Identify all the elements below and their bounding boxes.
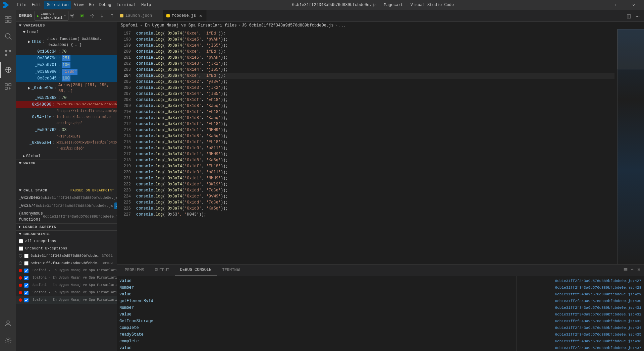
panel-close-icon[interactable] xyxy=(637,267,641,273)
debug-console-content[interactable]: valueNumbervaluegetElementByIdNumbervalu… xyxy=(117,276,517,351)
var-row-10[interactable]: _0x605ae4 : "~13hLêXßµƒ§ x□□µie)s↓OO=□xy… xyxy=(16,133,117,152)
console-file-ref[interactable]: 6cb1e31ff2f343a9d576d889bfcbde0e.js:428 xyxy=(555,285,641,291)
maximize-button[interactable]: □ xyxy=(609,0,625,10)
launch-config[interactable]: ▶ Launch index.html ▾ xyxy=(35,11,68,21)
code-line-216[interactable]: console.log(_0x3a74('0x1e0', 'o8l1')); xyxy=(136,145,614,151)
console-file-ref[interactable]: 6cb1e31ff2f343a9d576d889bfcbde0e.js:429 xyxy=(555,291,641,297)
var-row-6[interactable]: _0x525368 : 70 xyxy=(16,95,117,101)
minimap-viewport[interactable] xyxy=(618,29,644,69)
code-line-218[interactable]: console.log(_0x3a74('0x1d8', 'Ka5q')); xyxy=(136,157,614,163)
menu-help[interactable]: Help xyxy=(139,1,154,9)
code-line-221[interactable]: console.log(_0x3a74('0x1e1', 'NMH9')); xyxy=(136,175,614,181)
bp-check-4[interactable] xyxy=(24,283,29,288)
menu-terminal[interactable]: Terminal xyxy=(114,1,139,9)
activity-settings[interactable] xyxy=(0,332,16,348)
bp-all-exceptions[interactable]: All Exceptions xyxy=(16,237,117,245)
code-line-224[interactable]: console.log(_0x3a74('0x1dc', '9vW9')); xyxy=(136,193,614,199)
panel-up-icon[interactable] xyxy=(630,267,635,273)
code-line-227[interactable]: console.log(_0x63', 'H043')); xyxy=(136,212,614,218)
settings-icon[interactable] xyxy=(70,12,74,19)
code-content[interactable]: console.log(_0x3a74('0xce', 'iYBd'));con… xyxy=(133,29,617,264)
code-line-209[interactable]: console.log(_0x3a74('0x1d8', 'Ka5q')); xyxy=(136,103,614,109)
panel-tab-debug-console[interactable]: DEBUG CONSOLE xyxy=(175,265,217,276)
callstack-item-0[interactable]: _0x28bee2 6cb1e31ff2f343a9d576d889bfcbde… xyxy=(16,194,117,202)
split-editor-icon[interactable] xyxy=(625,13,633,21)
var-row-3[interactable]: _0x3a8990 : "iYBd" xyxy=(16,68,117,75)
bp-item-4[interactable]: 6cb1e31ff2f343a9d576d889bfcbde0e.js Spaf… xyxy=(16,282,117,289)
bp-item-3[interactable]: 6cb1e31ff2f343a9d576d889bfcbde0e.js Spaf… xyxy=(16,274,117,282)
var-row-5[interactable]: _0x4ce99c : Array(256) [191, 195, 59, …] xyxy=(16,82,117,95)
code-line-199[interactable]: console.log(_0x3a74('0x1e4', 'jIS5')); xyxy=(136,43,614,49)
menu-edit[interactable]: Edit xyxy=(29,1,44,9)
code-line-223[interactable]: console.log(_0x3a74('0x1dd', '7qCe')); xyxy=(136,187,614,193)
var-row-4[interactable]: _0x3cd345 : 100 xyxy=(16,75,117,82)
bp-item-1[interactable]: 6cb1e31ff2f343a9d576d889bfcbde0e_beautif… xyxy=(16,259,117,267)
menu-view[interactable]: View xyxy=(71,1,86,9)
code-line-225[interactable]: console.log(_0x3a74('0x1dd', '7qCe')); xyxy=(136,199,614,206)
activity-accounts[interactable] xyxy=(0,315,16,332)
minimize-button[interactable]: ─ xyxy=(592,0,608,10)
code-line-205[interactable]: console.log(_0x3a74('0x1e2', 'ys3v')); xyxy=(136,79,614,85)
bp-check-0[interactable] xyxy=(24,254,29,258)
step-into-button[interactable] xyxy=(97,11,107,20)
code-line-206[interactable]: console.log(_0x3a74('0x1e3', 'jJk2')); xyxy=(136,85,614,91)
console-file-ref[interactable]: 6cb1e31ff2f343a9d576d889bfcbde0e.js:427 xyxy=(555,278,641,284)
code-line-213[interactable]: console.log(_0x3a74('0x1e1', 'NMH9')); xyxy=(136,127,614,133)
code-line-211[interactable]: console.log(_0x3a74('0x1d8', 'Ka5q')); xyxy=(136,115,614,121)
watch-header[interactable]: WATCH xyxy=(16,160,117,167)
breadcrumb-part-2[interactable]: ... xyxy=(339,23,346,28)
bp-uncaught-exceptions[interactable]: Uncaught Exceptions xyxy=(16,245,117,252)
activity-explorer[interactable] xyxy=(0,11,16,27)
code-line-204[interactable]: console.log(_0x3a74('0xce', 'iYBd')); xyxy=(136,73,614,79)
bp-check-1[interactable] xyxy=(24,261,29,266)
console-file-ref[interactable]: 6cb1e31ff2f343a9d576d889bfcbde0e.js:436 xyxy=(555,338,641,344)
bp-item-5[interactable]: 6cb1e31ff2f343a9d576d889bfcbde0e.js Spaf… xyxy=(16,289,117,296)
close-button[interactable]: ✕ xyxy=(626,0,641,10)
bp-item-2[interactable]: 6cb1e31ff2f343a9d576d889bfcbde0e.js Spaf… xyxy=(16,267,117,274)
bp-all-exceptions-check[interactable] xyxy=(19,239,23,243)
tab-fcbde0e-js[interactable]: fcbde0e.js ✕ xyxy=(163,10,207,21)
panel-list-icon[interactable] xyxy=(623,267,628,273)
code-line-212[interactable]: console.log(_0x3a74('0x1df', 'Eh18')); xyxy=(136,121,614,127)
activity-debug[interactable] xyxy=(0,62,16,78)
code-line-200[interactable]: console.log(_0x3a74('0xce', 'iYBd')); xyxy=(136,49,614,55)
local-group[interactable]: Local xyxy=(16,29,117,36)
code-line-215[interactable]: console.log(_0x3a74('0x1df', 'Eh18')); xyxy=(136,139,614,145)
activity-git[interactable] xyxy=(0,45,16,61)
tab-launch-json[interactable]: launch.json ✕ xyxy=(117,10,163,21)
var-row-0[interactable]: _0x168c34 : 70 xyxy=(16,48,117,55)
menu-file[interactable]: File xyxy=(14,1,29,9)
code-line-197[interactable]: console.log(_0x3a74('0xce', 'iYBd')); xyxy=(136,31,614,37)
breadcrumb-part-0[interactable]: Spafoni - En Uygun Masaj ve Spa Fırsatla… xyxy=(121,23,237,28)
callstack-header[interactable]: CALL STACK PAUSED ON BREAKPOINT xyxy=(16,187,117,194)
console-file-ref[interactable]: 6cb1e31ff2f343a9d576d889bfcbde0e.js:430 xyxy=(555,298,641,304)
bp-check-2[interactable] xyxy=(24,269,29,273)
menu-go[interactable]: Go xyxy=(86,1,96,9)
code-line-219[interactable]: console.log(_0x3a74('0x1df', 'Eh18')); xyxy=(136,163,614,169)
console-file-ref[interactable]: 6cb1e31ff2f343a9d576d889bfcbde0e.js:435 xyxy=(555,332,641,338)
code-line-210[interactable]: console.log(_0x3a74('0x1df', 'Eh18')); xyxy=(136,109,614,115)
bp-uncaught-check[interactable] xyxy=(19,246,23,251)
bp-item-0[interactable]: 6cb1e31ff2f343a9d576d889bfcbde0e_beautif… xyxy=(16,252,117,259)
console-file-ref[interactable]: 6cb1e31ff2f343a9d576d889bfcbde0e.js:431 xyxy=(555,305,641,311)
variables-header[interactable]: VARIABLES xyxy=(16,22,117,29)
global-group[interactable]: Global xyxy=(16,153,117,160)
code-line-202[interactable]: console.log(_0x3a74('0x1e3', 'jJk2')); xyxy=(136,61,614,67)
callstack-item-2[interactable]: (anonymous function) 6cb1e31ff2f343a9d57… xyxy=(16,210,117,223)
breakpoints-header[interactable]: BREAKPOINTS xyxy=(16,231,117,237)
continue-button[interactable] xyxy=(77,11,87,20)
code-line-198[interactable]: console.log(_0x3a74('0x1e5', 'pVAH')); xyxy=(136,37,614,43)
this-var[interactable]: this : this: function(_0x3855c8, _0x3a89… xyxy=(16,36,117,48)
code-line-207[interactable]: console.log(_0x3a74('0x1e4', 'jIS5')); xyxy=(136,91,614,97)
bp-item-6[interactable]: 6cb1e31ff2f343a9d576d889bfcbde0e.js Spaf… xyxy=(16,296,117,304)
console-file-ref[interactable]: 6cb1e31ff2f343a9d576d889bfcbde0e.js:432 xyxy=(555,318,641,324)
code-line-208[interactable]: console.log(_0x3a74('0x1df', 'Eh18')); xyxy=(136,97,614,103)
breadcrumb-part-1[interactable]: JS 6cb1e31ff2f343a9d576d889bfcbde0e.js xyxy=(242,23,334,28)
code-line-217[interactable]: console.log(_0x3a74('0x1e1', 'NMH9')); xyxy=(136,151,614,157)
minimap[interactable] xyxy=(617,29,644,264)
bp-check-6[interactable] xyxy=(24,298,29,302)
callstack-item-1[interactable]: _0x3a74 6cb1e31ff2f343a9d576d889bfcbde0e… xyxy=(16,202,117,210)
bp-check-3[interactable] xyxy=(24,276,29,280)
var-row-8[interactable]: _0x54e11c : "https://kinitrofitness.com/… xyxy=(16,108,117,127)
code-line-226[interactable]: console.log(_0x3a74('0x1d8', 'Ka5q')); xyxy=(136,206,614,212)
